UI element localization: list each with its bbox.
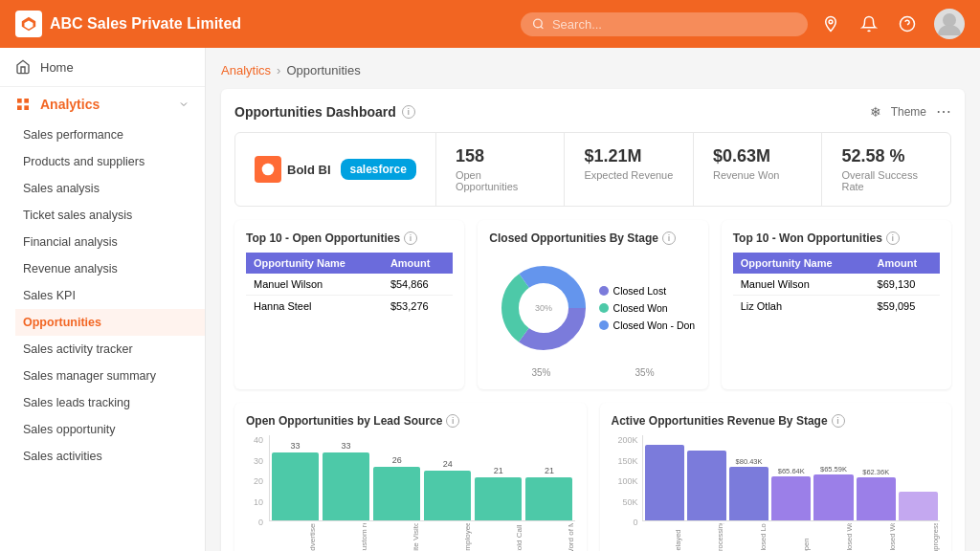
open-opp-value: 158 (456, 146, 546, 166)
sidebar-item-ticket-sales[interactable]: Ticket sales analysis (15, 202, 205, 229)
bar (729, 467, 768, 520)
search-bar[interactable] (521, 12, 808, 36)
theme-label: Theme (891, 105, 926, 119)
top-won-info[interactable]: i (886, 231, 900, 245)
svg-rect-10 (17, 105, 22, 110)
stat-expected-revenue: $1.21M Expected Revenue (565, 133, 694, 206)
exp-rev-label: Expected Revenue (584, 169, 674, 181)
bar-group: $65.59K (813, 465, 853, 520)
rev-won-value: $0.63M (713, 146, 803, 166)
open-lead-info[interactable]: i (446, 414, 459, 428)
top-won-col2: Amount (870, 253, 940, 274)
open-lead-chart-container: 40 30 20 10 0 33 33 26 24 21 21 Adv (246, 435, 575, 551)
table-row: Hanna Steel $53,276 (246, 296, 453, 318)
table-row: Manuel Wilson $54,866 (246, 274, 453, 296)
bar (813, 474, 853, 520)
salesforce-logo: salesforce (341, 159, 416, 180)
bar (525, 477, 572, 520)
breadcrumb-separator: › (277, 63, 280, 77)
analytics-section-label: Analytics (40, 97, 100, 112)
sidebar-item-home[interactable]: Home (0, 48, 205, 86)
svg-rect-9 (24, 99, 29, 103)
home-label: Home (40, 60, 74, 75)
stat-open-opportunities: 158 Open Opportunities (436, 133, 566, 206)
sidebar-item-sales-leads[interactable]: Sales leads tracking (15, 389, 205, 416)
bar-group: - (687, 441, 726, 520)
legend-closed-won: Closed Won (599, 302, 696, 314)
exp-rev-value: $1.21M (584, 146, 674, 166)
stat-success-rate: 52.58 % Overall Success Rate (822, 133, 950, 206)
theme-icon[interactable]: ❄ (870, 104, 881, 120)
sidebar-item-sales-activities[interactable]: Sales activities (15, 443, 205, 470)
bell-icon[interactable] (858, 12, 880, 35)
sidebar-item-sales-manager[interactable]: Sales manager summary (15, 363, 205, 389)
bar-group: 33 (323, 441, 369, 520)
svg-point-4 (829, 20, 833, 24)
bar-groups: 33 33 26 24 21 21 (269, 435, 575, 521)
svg-rect-11 (24, 105, 29, 110)
header-actions (819, 9, 965, 39)
active-revenue-info[interactable]: i (832, 414, 845, 428)
sidebar-sub-menu: Sales performance Products and suppliers… (0, 121, 205, 470)
legend-closed-won-don: Closed Won - Don (599, 320, 696, 331)
sidebar-item-sales-kpi[interactable]: Sales KPI (15, 282, 205, 309)
bar (687, 451, 726, 520)
sidebar-item-sales-opportunity[interactable]: Sales opportunity (15, 416, 205, 443)
breadcrumb-current: Opportunities (286, 63, 360, 77)
more-options-icon[interactable]: ⋯ (936, 102, 951, 121)
help-icon[interactable] (896, 12, 919, 35)
svg-rect-8 (17, 99, 22, 103)
sidebar-item-financial[interactable]: Financial analysis (15, 229, 205, 255)
breadcrumb-parent[interactable]: Analytics (221, 63, 271, 77)
bar (424, 471, 471, 520)
bar (323, 452, 369, 520)
donut-pct-labels: 35% 35% (489, 367, 696, 378)
chevron-down-icon (178, 99, 189, 110)
sidebar-item-revenue[interactable]: Revenue analysis (15, 255, 205, 282)
boldbi-logo: B Bold BI (255, 156, 331, 183)
y-axis-labels-2: 200K 150K 100K 50K 0 (612, 435, 638, 551)
open-by-lead-chart: Open Opportunities by Lead Source i 40 3… (234, 403, 587, 551)
bar (857, 477, 896, 520)
dashboard-card: Opportunities Dashboard i ❄ Theme ⋯ B B (221, 89, 965, 551)
top-open-col2: Amount (383, 253, 453, 274)
legend-dot (599, 320, 609, 330)
svg-point-7 (943, 13, 956, 27)
logo-icon (15, 11, 42, 37)
search-input[interactable] (552, 17, 796, 32)
dashboard-info-icon[interactable]: i (402, 105, 415, 119)
bar-chart-area: 33 33 26 24 21 21 AdvertisementCustom re… (269, 435, 575, 551)
svg-line-3 (541, 27, 543, 29)
bar-group: 26 (373, 455, 420, 520)
closed-by-stage-chart: Closed Opportunities By Stage i 30% (478, 220, 707, 389)
success-label: Overall Success Rate (841, 169, 931, 192)
top-won-chart: Top 10 - Won Opportunities i Opportunity… (722, 220, 951, 389)
sidebar-item-sales-performance[interactable]: Sales performance (15, 121, 205, 148)
bar-group: $62.36K (857, 468, 896, 520)
sidebar-item-opportunities[interactable]: Opportunities (15, 309, 205, 336)
sidebar-item-sales-activity[interactable]: Sales activity tracker (15, 336, 205, 363)
location-icon[interactable] (819, 12, 842, 35)
partner-logos: B Bold BI salesforce (235, 133, 436, 206)
bar (771, 476, 811, 520)
svg-text:30%: 30% (535, 303, 552, 313)
bar (645, 445, 684, 520)
top-open-info[interactable]: i (404, 231, 417, 245)
active-revenue-title: Active Opportunities Revenue By Stage i (612, 414, 941, 428)
closed-stage-info[interactable]: i (662, 231, 676, 245)
dashboard-title: Opportunities Dashboard i (234, 104, 415, 120)
boldbi-label: Bold BI (287, 163, 331, 177)
active-revenue-chart-container: 200K 150K 100K 50K 0 - - $80.43K $65.64K… (612, 435, 941, 551)
main-content: Analytics › Opportunities Opportunities … (206, 48, 980, 551)
user-avatar[interactable] (934, 9, 965, 39)
top-open-title: Top 10 - Open Opportunities i (246, 231, 453, 245)
sidebar-item-products-suppliers[interactable]: Products and suppliers (15, 148, 205, 175)
legend-dot (599, 303, 609, 313)
search-icon (532, 17, 545, 31)
open-lead-title: Open Opportunities by Lead Source i (246, 414, 575, 428)
sidebar-item-sales-analysis[interactable]: Sales analysis (15, 175, 205, 202)
bar-group: $80.43K (729, 457, 768, 520)
bar (899, 492, 938, 520)
legend-dot (599, 286, 609, 296)
sidebar-analytics-section[interactable]: Analytics (0, 86, 205, 121)
